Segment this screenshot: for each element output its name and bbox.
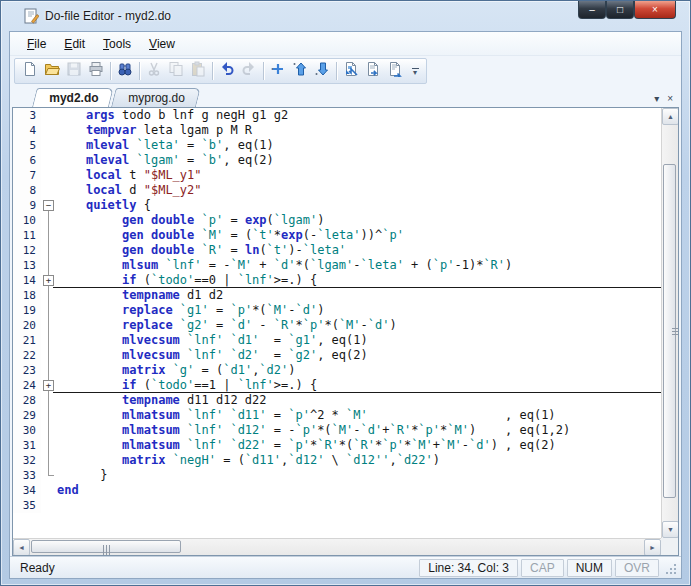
menu-tools[interactable]: Tools [94, 34, 140, 54]
scroll-left-button[interactable]: ◄ [13, 539, 30, 556]
title-bar[interactable]: Do-file Editor - myd2.do –□× [9, 1, 682, 31]
find-icon [117, 61, 133, 81]
code-text[interactable]: replace `g2' = `d' - `R'*`p'*(`M'-`d') [57, 318, 397, 333]
fold-margin-f-line [41, 318, 57, 333]
menu-edit[interactable]: Edit [55, 34, 94, 54]
fold-margin-f-line [41, 243, 57, 258]
line-number: 34 [13, 483, 41, 498]
code-text[interactable]: } [57, 468, 108, 483]
save-button[interactable] [63, 60, 85, 82]
bookmark-toggle-button[interactable] [267, 60, 289, 82]
code-line-29: 29 mlmatsum `lnf' `d11' = `p'^2 * `M' , … [13, 408, 661, 423]
horizontal-scroll-thumb[interactable] [31, 540, 181, 553]
copy-button[interactable] [165, 60, 187, 82]
code-line-22: 22 mlvecsum `lnf' `d2' = `g2', eq(2) [13, 348, 661, 363]
code-viewport[interactable]: 3 args todo b lnf g negH g1 g24 tempvar … [13, 108, 661, 538]
open-folder-button[interactable] [41, 60, 63, 82]
close-button[interactable]: × [634, 1, 676, 19]
bookmark-previous-button[interactable] [289, 60, 311, 82]
horizontal-scrollbar[interactable]: ◄ ► [13, 538, 661, 555]
code-text[interactable]: matrix `g' = (`d1',`d2') [57, 363, 296, 378]
code-text[interactable]: args todo b lnf g negH g1 g2 [57, 108, 288, 123]
print-button[interactable] [85, 60, 107, 82]
copy-icon [168, 61, 184, 81]
bookmark-previous-icon [292, 61, 308, 81]
minimize-button[interactable]: – [578, 1, 606, 19]
fold-margin [41, 168, 57, 183]
code-text[interactable]: quietly { [57, 198, 151, 213]
paste-button[interactable] [187, 60, 209, 82]
scroll-down-button[interactable]: ▼ [662, 521, 679, 538]
code-text[interactable]: local d "$ML_y2" [57, 183, 202, 198]
code-text[interactable]: gen double `R' = ln(`t')-`leta' [57, 243, 346, 258]
redo-button[interactable] [238, 60, 260, 82]
toolbar-overflow-button[interactable]: ▾ [408, 60, 422, 82]
code-line-5: 5 mleval `leta' = `b', eq(1) [13, 138, 661, 153]
menu-view[interactable]: View [140, 34, 184, 54]
code-editor[interactable]: 3 args todo b lnf g negH g1 g24 tempvar … [12, 107, 679, 556]
find-button[interactable] [114, 60, 136, 82]
code-text[interactable]: if (`todo'==1 | `lnf'>=.) { [57, 378, 317, 393]
code-text[interactable]: mlvecsum `lnf' `d1' = `g1', eq(1) [57, 333, 368, 348]
scroll-up-button[interactable]: ▲ [662, 108, 679, 125]
menu-file[interactable]: File [18, 34, 55, 54]
print-icon [88, 61, 104, 81]
code-text[interactable]: gen double `p' = exp(`lgam') [57, 213, 324, 228]
resize-grip[interactable] [663, 561, 677, 575]
code-text[interactable]: tempname d1 d2 [57, 288, 223, 303]
line-number: 19 [13, 303, 41, 318]
new-file-button[interactable] [19, 60, 41, 82]
code-text[interactable]: mlmatsum `lnf' `d12' = -`p'*(`M'-`d'+`R'… [57, 423, 570, 438]
tab-bar: myd2.domyprog.do ▾ × [10, 86, 681, 107]
line-number: 9 [13, 198, 41, 213]
tab-close-icon[interactable]: × [667, 93, 673, 104]
code-line-18: 18 tempname d1 d2 [13, 288, 661, 303]
line-number: 11 [13, 228, 41, 243]
code-text[interactable]: mlsum `lnf' = -`M' + `d'*(`lgam'-`leta' … [57, 258, 512, 273]
code-text[interactable]: mleval `leta' = `b', eq(1) [57, 138, 274, 153]
do-file-button[interactable] [340, 60, 362, 82]
code-text[interactable]: if (`todo'==0 | `lnf'>=.) { [57, 273, 317, 288]
line-number: 6 [13, 153, 41, 168]
fold-collapse-icon[interactable]: − [43, 200, 54, 211]
code-text[interactable]: tempname d11 d12 d22 [57, 393, 267, 408]
vertical-scrollbar[interactable]: ▲ ▼ [661, 108, 678, 538]
code-text[interactable]: tempvar leta lgam p M R [57, 123, 252, 138]
tab-myd2.do[interactable]: myd2.do [32, 88, 114, 107]
fold-expand-icon[interactable]: + [43, 275, 54, 286]
fold-expand-icon[interactable]: + [43, 380, 54, 391]
code-text[interactable]: local t "$ML_y1" [57, 168, 202, 183]
code-text[interactable]: mleval `lgam' = `b', eq(2) [57, 153, 274, 168]
code-text[interactable]: mlvecsum `lnf' `d2' = `g2', eq(2) [57, 348, 368, 363]
scroll-right-button[interactable]: ► [644, 539, 661, 556]
run-file-button[interactable] [362, 60, 384, 82]
undo-button[interactable] [216, 60, 238, 82]
do-to-bottom-button[interactable] [384, 60, 406, 82]
vertical-scroll-thumb[interactable] [663, 164, 676, 498]
code-text[interactable]: gen double `M' = (`t'*exp(-`leta'))^`p' [57, 228, 404, 243]
fold-margin-f-line [41, 228, 57, 243]
status-bar: Ready Line: 34, Col: 3 CAPNUMOVR [10, 556, 681, 578]
maximize-button[interactable]: □ [606, 1, 634, 19]
cut-button[interactable] [143, 60, 165, 82]
code-text[interactable]: mlmatsum `lnf' `d22' = `p'*`R'*(`R'*`p'*… [57, 438, 556, 453]
status-message: Ready [14, 561, 416, 575]
code-text[interactable]: end [57, 483, 79, 498]
fold-margin [41, 498, 57, 513]
scrollbar-corner [661, 538, 678, 555]
code-text[interactable]: replace `g1' = `p'*(`M'-`d') [57, 303, 324, 318]
bookmark-next-button[interactable] [311, 60, 333, 82]
fold-margin-f-end [41, 468, 57, 483]
do-file-icon [343, 61, 359, 81]
bookmark-toggle-icon [270, 61, 286, 81]
fold-margin [41, 138, 57, 153]
code-text[interactable]: matrix `negH' = (`d11',`d12' \ `d12'',`d… [57, 453, 440, 468]
line-number: 31 [13, 438, 41, 453]
line-number: 12 [13, 243, 41, 258]
toolbar: ▾ [14, 58, 427, 84]
tab-list-dropdown-icon[interactable]: ▾ [654, 93, 659, 104]
toolbar-separator [336, 62, 337, 80]
code-line-10: 10 gen double `p' = exp(`lgam') [13, 213, 661, 228]
code-text[interactable]: mlmatsum `lnf' `d11' = `p'^2 * `M' , eq(… [57, 408, 556, 423]
tab-myprog.do[interactable]: myprog.do [111, 88, 200, 107]
